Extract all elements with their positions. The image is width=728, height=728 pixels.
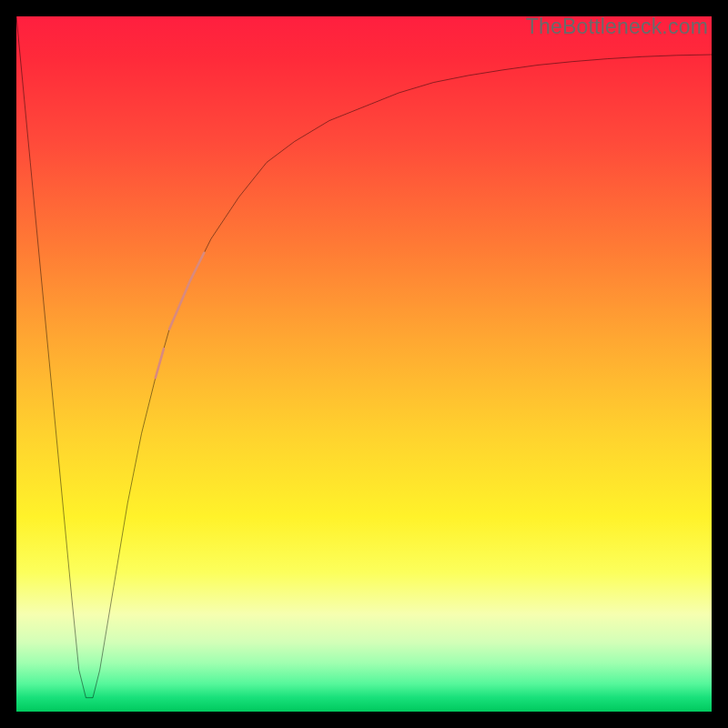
highlight-lower <box>156 349 164 378</box>
watermark-text: TheBottleneck.com <box>526 15 708 39</box>
chart-frame: TheBottleneck.com <box>0 0 728 728</box>
bottleneck-curve <box>16 16 712 712</box>
highlight-upper <box>169 253 204 329</box>
curve-path <box>16 16 712 698</box>
plot-area: TheBottleneck.com <box>16 16 712 712</box>
